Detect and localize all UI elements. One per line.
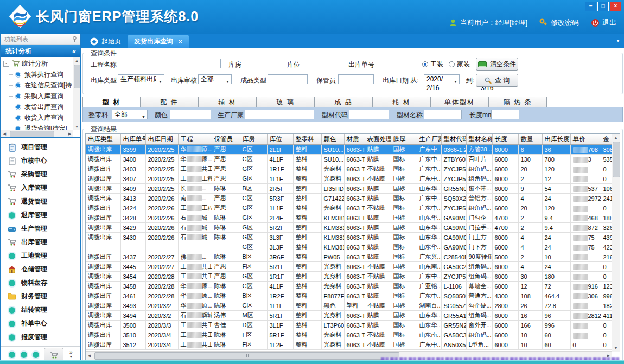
sidebar-item-生产管理[interactable]: 生产管理: [1, 222, 80, 235]
module-dot-icon[interactable]: [33, 352, 39, 358]
column-header-型材名称[interactable]: 型材名称: [466, 134, 492, 145]
sidebar-item-出库管理[interactable]: 出库管理: [1, 235, 80, 249]
column-header-生产厂家[interactable]: 生产厂家: [417, 134, 441, 145]
color-input[interactable]: [170, 110, 211, 119]
table-row[interactable]: 调拨出库34032020/2/25工共工程严思G区1R1F整料光身料6063-T…: [86, 164, 615, 174]
material-tab-单体型材[interactable]: 单体型材: [431, 97, 489, 107]
sidebar-item-物料盘存[interactable]: 物料盘存: [1, 276, 80, 290]
column-header-库位[interactable]: 库位: [267, 134, 293, 145]
profile-name-input[interactable]: [424, 110, 462, 119]
tree-horizontal-scrollbar[interactable]: ◀ ▶: [1, 130, 73, 137]
column-header-数量[interactable]: 数量: [518, 134, 542, 145]
sidebar-item-报废管理[interactable]: 报废管理: [1, 330, 80, 344]
scrollbar-thumb[interactable]: [74, 65, 80, 88]
table-vertical-scrollbar[interactable]: ▲ ▼: [612, 134, 620, 352]
column-header-材质[interactable]: 材质: [344, 134, 365, 145]
warehouse-input[interactable]: [244, 59, 279, 68]
scroll-left-icon[interactable]: ◀: [1, 130, 8, 137]
tree-root[interactable]: - 统计分析: [3, 58, 73, 69]
material-tab-隔热条[interactable]: 隔 热 条: [489, 97, 547, 107]
scroll-right-icon[interactable]: ▶: [66, 130, 73, 137]
table-row[interactable]: 调拨出库35102020/3/4工共工程陈琳F区5R1F整料光身料6063-T5…: [86, 330, 615, 340]
tab-close-icon[interactable]: ×: [179, 38, 182, 46]
table-row[interactable]: 调拨出库34282020/2/26石城陈琳G区2L4F整料KLM38176063…: [86, 213, 615, 223]
logout-button[interactable]: 退出: [591, 18, 616, 28]
clear-conditions-button[interactable]: 清空条件: [476, 58, 518, 71]
project-name-input[interactable]: [118, 59, 221, 68]
scroll-up-icon[interactable]: ▲: [612, 134, 620, 141]
tree-item-收货入库查询[interactable]: 收货入库查询: [3, 112, 73, 123]
table-row[interactable]: 调拨出库34242020/2/26工工程严思G区1L1F整料光身料6063-T5…: [86, 203, 615, 213]
sidebar-item-仓储管理[interactable]: 仓储管理: [1, 263, 80, 276]
table-row[interactable]: G区3L3F整料KLM38176063-T5贴膜国标山东华...GA90M09.…: [86, 242, 615, 252]
sidebar-item-退货管理[interactable]: 退货管理: [1, 195, 80, 208]
tab-list-dropdown-icon[interactable]: ▼: [616, 39, 620, 43]
module-dot-icon[interactable]: [21, 352, 27, 358]
table-row[interactable]: 调拨出库34292020/2/26石城陈琳G区5R2F整料KLM38176063…: [86, 223, 615, 233]
minimize-button[interactable]: –: [585, 2, 596, 11]
module-dot-icon[interactable]: [9, 352, 15, 358]
table-row[interactable]: 调拨出库34452020/2/27工共工程严思F区5R1F整料光身料6063-T…: [86, 262, 615, 272]
material-tab-耗材[interactable]: 耗 材: [373, 97, 431, 107]
table-row[interactable]: 调拨出库34072020/2/25工工程严思G区1L1F整料光身料6063-T5…: [86, 174, 615, 184]
whole-piece-select[interactable]: 全部 ▼: [112, 110, 148, 119]
table-row[interactable]: 调拨出库34942020/3/2石辉城汤伟M区5R1F整料光身料6063-T5贴…: [86, 311, 615, 321]
pin-icon[interactable]: [72, 36, 77, 42]
column-header-颜色[interactable]: 颜色: [321, 134, 344, 145]
expander-icon[interactable]: -: [3, 61, 9, 67]
tree-item-预算执行查询[interactable]: 预算执行查询: [3, 69, 73, 80]
table-row[interactable]: 调拨出库34132020/2/26南...严思C区5R3F整料G71422606…: [86, 194, 615, 203]
table-row[interactable]: 调拨出库34302020/2/26石城陈琳G区3L3F整料KLM38176063…: [86, 233, 615, 242]
table-row[interactable]: 调拨出库34932020/3/2华原...陈琳C区1L1F整料黑色塑料不贴膜国标…: [86, 301, 615, 311]
tree-item-在途信息查询[待[interactable]: 在途信息查询[待: [3, 80, 73, 91]
length-input[interactable]: [491, 110, 519, 119]
date-from-select[interactable]: 2020/ 2/16 ▼: [424, 74, 460, 84]
sidebar-item-采购管理[interactable]: 采购管理: [1, 168, 80, 181]
sidebar-item-财务管理[interactable]: 财务管理: [1, 290, 80, 303]
location-input[interactable]: [301, 59, 336, 68]
table-row[interactable]: 调拨出库34372020/2/27佛...陈琳B区3R6F整料PW056063-…: [86, 252, 615, 262]
column-header-单价[interactable]: 单价: [570, 134, 601, 145]
scrollbar-thumb[interactable]: [613, 142, 620, 177]
sidebar-section-header[interactable]: 统计分析 «: [1, 45, 80, 57]
column-header-整零料[interactable]: 整零料: [293, 134, 321, 145]
scrollbar-thumb[interactable]: [94, 352, 399, 360]
material-tab-配件[interactable]: 配 件: [141, 97, 199, 107]
tab-home[interactable]: 起始页: [84, 35, 128, 48]
tree-item-发货出库查询[interactable]: 发货出库查询: [3, 101, 73, 112]
table-row[interactable]: 调拨出库34542020/2/28工共工程严思G区1R1F整料光身料6063-T…: [86, 272, 615, 282]
keeper-input[interactable]: [338, 74, 374, 84]
out-audit-select[interactable]: 全部 ▼: [198, 74, 232, 84]
out-type-select[interactable]: 生产领料出库 ▼: [118, 74, 164, 84]
scroll-down-icon[interactable]: ▼: [73, 123, 80, 130]
profile-code-input[interactable]: [349, 110, 389, 119]
sidebar-item-入库管理[interactable]: 入库管理: [1, 181, 80, 195]
column-header-出库类型[interactable]: 出库类型: [86, 134, 120, 145]
column-header-出库单号[interactable]: 出库单号: [120, 134, 145, 145]
sidebar-item-工地管理[interactable]: 工地管理: [1, 249, 80, 263]
manufacturer-input[interactable]: [245, 110, 314, 119]
table-row[interactable]: 调拨出库35002020/3/3工共工程曹佳D区3L1F整料LT3P606063…: [86, 321, 615, 330]
column-header-库房[interactable]: 库房: [240, 134, 267, 145]
sidebar-item-结转管理[interactable]: 结转管理: [1, 303, 80, 317]
table-row[interactable]: 调拨出库35122020/3/4工共工程陈琳F区1L2F整料光身料6063-T5…: [86, 340, 615, 350]
material-tab-型材[interactable]: 型 材: [82, 97, 141, 107]
search-button[interactable]: 查 询: [476, 74, 518, 87]
column-header-工程[interactable]: 工程: [178, 134, 212, 145]
column-header-出库日期[interactable]: 出库日期: [145, 134, 178, 145]
tree-vertical-scrollbar[interactable]: ▲ ▼: [73, 57, 80, 130]
table-row[interactable]: 调拨出库34582020/2/28华原...陈琳C区4L1F整料光身料6063-…: [86, 282, 615, 291]
column-header-出库长度[interactable]: 出库长度: [542, 134, 570, 145]
close-button[interactable]: ×: [610, 2, 621, 11]
material-tab-辅材[interactable]: 辅 材: [199, 97, 257, 107]
scroll-down-icon[interactable]: ▼: [612, 344, 620, 352]
material-tab-玻璃[interactable]: 玻 璃: [257, 97, 315, 107]
order-no-input[interactable]: [378, 59, 413, 68]
column-header-长度[interactable]: 长度: [492, 134, 518, 145]
material-tab-成品[interactable]: 成 品: [315, 97, 373, 107]
sidebar-item-退库管理[interactable]: 退库管理: [1, 208, 80, 222]
product-type-input[interactable]: [268, 74, 308, 84]
radio-gongzhuang[interactable]: 工装: [422, 60, 443, 69]
table-row[interactable]: 调拨出库34612020/2/28华原...陈琳B区1R2F整料F8877FT6…: [86, 291, 615, 301]
collapse-icon[interactable]: «: [72, 47, 76, 55]
